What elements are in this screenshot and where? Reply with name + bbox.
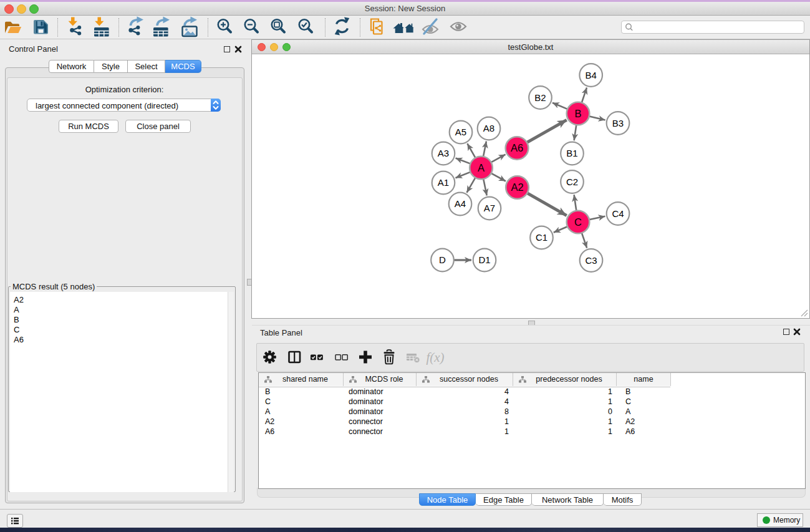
- svg-text:B3: B3: [612, 118, 624, 128]
- svg-text:A7: A7: [484, 203, 495, 213]
- svg-text:A8: A8: [483, 123, 494, 133]
- svg-text:C4: C4: [612, 208, 624, 219]
- svg-text:B: B: [574, 108, 581, 119]
- svg-text:B4: B4: [586, 70, 597, 80]
- svg-text:D: D: [439, 254, 446, 265]
- svg-text:C3: C3: [585, 255, 597, 266]
- svg-text:B1: B1: [566, 148, 577, 158]
- svg-text:A5: A5: [455, 127, 466, 137]
- svg-text:A2: A2: [511, 181, 523, 193]
- svg-text:A3: A3: [438, 148, 449, 158]
- svg-text:C1: C1: [536, 232, 547, 243]
- svg-text:B2: B2: [534, 92, 546, 103]
- svg-text:A6: A6: [511, 142, 523, 153]
- svg-text:A1: A1: [438, 177, 449, 188]
- svg-text:C2: C2: [566, 177, 578, 187]
- svg-text:f(x): f(x): [426, 350, 444, 365]
- svg-text:C: C: [574, 216, 582, 228]
- svg-text:A4: A4: [455, 198, 466, 209]
- svg-text:A: A: [478, 162, 485, 173]
- svg-text:D1: D1: [478, 254, 490, 265]
